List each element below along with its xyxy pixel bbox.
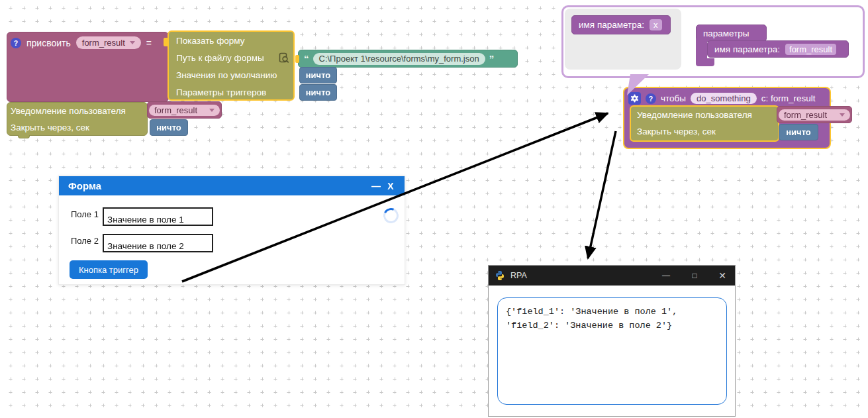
close-button[interactable]: X bbox=[383, 181, 398, 191]
open-quote: “ bbox=[304, 53, 309, 64]
row-defaults-label: Значения по умолчанию bbox=[169, 66, 293, 83]
procedure-label: чтобы bbox=[661, 93, 686, 103]
assign-variable-block[interactable]: ? присвоить form_result = bbox=[7, 32, 169, 102]
output-connector bbox=[164, 38, 169, 46]
form-window: Форма — X Поле 1 Поле 2 Кнопка триггер bbox=[58, 176, 405, 285]
help-icon[interactable]: ? bbox=[646, 93, 656, 104]
parameters-title: параметры bbox=[703, 28, 749, 38]
loading-spinner bbox=[381, 206, 401, 225]
proto-label: имя параметра: bbox=[579, 20, 644, 30]
show-form-block[interactable]: Показать форму Путь к файлу формы Значен… bbox=[168, 30, 295, 101]
output-line: 'field_2': 'Значение в поле 2'} bbox=[506, 319, 718, 333]
procedure-params-label: с: form_result bbox=[761, 93, 816, 103]
variable-name: form_result bbox=[82, 38, 125, 48]
null-block[interactable]: ничто bbox=[150, 119, 188, 136]
variable-dropdown[interactable]: form_result bbox=[149, 105, 220, 116]
null-block[interactable]: ничто bbox=[779, 124, 818, 140]
parameter-proto-block[interactable]: имя параметра: x bbox=[571, 15, 671, 34]
field2-input[interactable] bbox=[103, 234, 213, 252]
field1-input[interactable] bbox=[103, 207, 213, 226]
variable-dropdown[interactable]: form_result bbox=[779, 109, 850, 121]
blockly-workspace: ? присвоить form_result = Показать форму… bbox=[0, 0, 868, 418]
next-connector bbox=[18, 135, 30, 138]
rpa-titlebar: RPA — □ ✕ bbox=[489, 266, 735, 286]
param-label: имя параметра: bbox=[714, 44, 780, 54]
path-text-field[interactable]: C:\Проект 1\resource\forms\my_form.json bbox=[313, 53, 485, 65]
maximize-button[interactable]: □ bbox=[688, 266, 701, 286]
close-quote: ” bbox=[489, 53, 495, 64]
value-connector bbox=[295, 55, 299, 63]
variable-dropdown[interactable]: form_result bbox=[76, 36, 141, 49]
variable-name: form_result bbox=[154, 105, 197, 115]
trigger-button[interactable]: Кнопка триггер bbox=[70, 260, 148, 279]
assign-label: присвоить bbox=[26, 38, 71, 48]
proto-name-field[interactable]: x bbox=[650, 19, 662, 30]
field1-label: Поле 1 bbox=[71, 209, 99, 219]
row-notify-label: Уведомление пользователя bbox=[631, 107, 778, 123]
help-icon[interactable]: ? bbox=[11, 38, 21, 48]
param-name-field[interactable]: form_result bbox=[785, 44, 836, 55]
file-search-icon[interactable] bbox=[278, 52, 289, 66]
minimize-button[interactable]: — bbox=[659, 266, 673, 286]
gear-icon[interactable] bbox=[628, 92, 641, 105]
null-block[interactable]: ничто bbox=[299, 67, 337, 83]
close-button[interactable]: ✕ bbox=[716, 266, 729, 286]
row-close-label: Закрыть через, сек bbox=[631, 123, 778, 140]
row-triggers-label: Параметры триггеров bbox=[169, 83, 293, 101]
path-string-block[interactable]: “ C:\Проект 1\resource\forms\my_form.jso… bbox=[298, 50, 518, 68]
variable-name: form_result bbox=[784, 110, 827, 120]
output-line: {'field_1': 'Значение в поле 1', bbox=[506, 305, 718, 319]
rpa-window: RPA — □ ✕ {'field_1': 'Значение в поле 1… bbox=[488, 265, 736, 417]
row-close-label: Закрыть через, сек bbox=[7, 119, 147, 136]
row-notify-label: Уведомление пользователя bbox=[7, 103, 147, 119]
output-textbox[interactable]: {'field_1': 'Значение в поле 1', 'field_… bbox=[497, 297, 727, 405]
form-window-title: Форма bbox=[59, 180, 101, 191]
parameters-foot bbox=[696, 58, 714, 66]
row-path-label: Путь к файлу формы bbox=[176, 53, 264, 63]
dropdown-arrow-icon bbox=[840, 113, 845, 117]
null-block[interactable]: ничто bbox=[299, 84, 337, 101]
variable-get-block[interactable]: form_result bbox=[147, 101, 222, 119]
dropdown-arrow-icon bbox=[130, 41, 135, 44]
minimize-button[interactable]: — bbox=[369, 181, 383, 191]
field2-label: Поле 2 bbox=[71, 236, 99, 246]
equals-sign: = bbox=[146, 38, 152, 48]
notify-user-block[interactable]: Уведомление пользователя Закрыть через, … bbox=[7, 102, 148, 136]
show-form-title: Показать форму bbox=[169, 32, 293, 49]
rpa-window-title: RPA bbox=[510, 271, 527, 280]
python-icon bbox=[495, 270, 505, 281]
dropdown-arrow-icon bbox=[209, 109, 215, 112]
variable-get-block[interactable]: form_result bbox=[777, 106, 852, 123]
parameter-item-block[interactable]: имя параметра: form_result bbox=[707, 40, 849, 58]
procedure-name-field[interactable]: do_something bbox=[691, 93, 757, 104]
form-titlebar: Форма — X bbox=[59, 176, 405, 195]
notify-user-block[interactable]: Уведомление пользователя Закрыть через, … bbox=[630, 105, 779, 142]
